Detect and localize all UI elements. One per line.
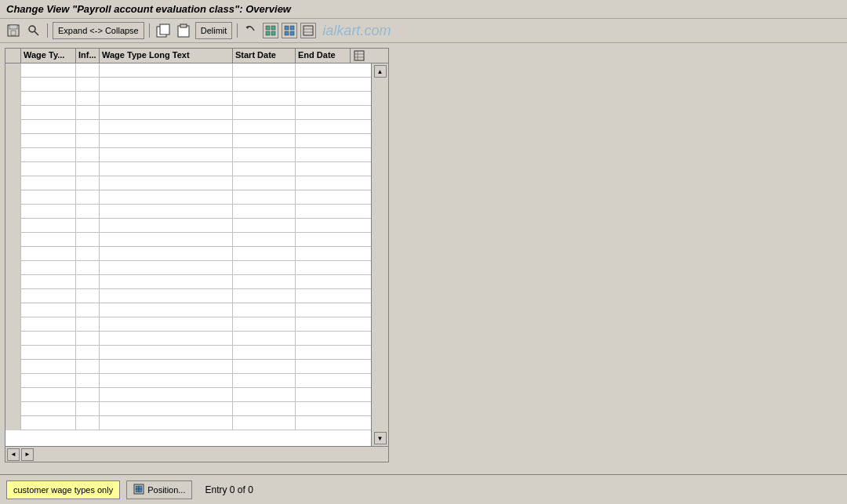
row-wage-type[interactable] [21,289,76,303]
row-start-date[interactable] [233,233,296,247]
row-wage-type[interactable] [21,134,76,148]
row-wage-type[interactable] [21,317,76,332]
row-end-date[interactable] [296,162,351,176]
row-end-date[interactable] [296,360,351,374]
row-long-text[interactable] [100,303,233,317]
row-info[interactable] [76,148,100,162]
customer-wage-types-button[interactable]: customer wage types only [6,480,120,499]
row-info[interactable] [76,261,100,275]
table-row[interactable] [5,120,371,134]
table-row[interactable] [5,346,371,360]
row-end-date[interactable] [296,402,351,416]
row-end-date[interactable] [296,219,351,233]
row-end-date[interactable] [296,134,351,148]
row-long-text[interactable] [100,388,233,402]
row-wage-type[interactable] [21,261,76,275]
paste-icon[interactable] [175,22,192,39]
table-row[interactable] [5,92,371,106]
table-row[interactable] [5,332,371,346]
row-wage-type[interactable] [21,120,76,134]
table-row[interactable] [5,190,371,205]
row-info[interactable] [76,317,100,332]
scroll-left-button[interactable]: ◄ [7,448,20,461]
row-start-date[interactable] [233,162,296,176]
row-long-text[interactable] [100,346,233,360]
row-start-date[interactable] [233,120,296,134]
row-long-text[interactable] [100,247,233,261]
row-long-text[interactable] [100,162,233,176]
row-long-text[interactable] [100,134,233,148]
row-selector[interactable] [5,190,21,205]
row-selector[interactable] [5,317,21,332]
row-end-date[interactable] [296,289,351,303]
row-info[interactable] [76,275,100,289]
row-end-date[interactable] [296,233,351,247]
row-wage-type[interactable] [21,388,76,402]
row-start-date[interactable] [233,275,296,289]
table-row[interactable] [5,134,371,148]
row-info[interactable] [76,162,100,176]
row-start-date[interactable] [233,219,296,233]
row-wage-type[interactable] [21,303,76,317]
row-end-date[interactable] [296,261,351,275]
table-row[interactable] [5,261,371,275]
row-wage-type[interactable] [21,63,76,78]
row-info[interactable] [76,388,100,402]
row-selector[interactable] [5,120,21,134]
table-row[interactable] [5,78,371,92]
row-end-date[interactable] [296,176,351,190]
row-wage-type[interactable] [21,416,76,430]
row-end-date[interactable] [296,275,351,289]
grid-icon-1[interactable] [263,23,278,38]
row-long-text[interactable] [100,261,233,275]
row-selector[interactable] [5,92,21,106]
row-info[interactable] [76,289,100,303]
row-end-date[interactable] [296,374,351,388]
row-info[interactable] [76,402,100,416]
row-selector[interactable] [5,261,21,275]
table-row[interactable] [5,106,371,120]
find-icon[interactable] [25,22,42,39]
row-start-date[interactable] [233,106,296,120]
row-end-date[interactable] [296,346,351,360]
row-selector[interactable] [5,247,21,261]
row-end-date[interactable] [296,303,351,317]
row-start-date[interactable] [233,388,296,402]
table-row[interactable] [5,162,371,176]
row-start-date[interactable] [233,317,296,332]
table-row[interactable] [5,303,371,317]
row-start-date[interactable] [233,402,296,416]
row-start-date[interactable] [233,416,296,430]
row-start-date[interactable] [233,261,296,275]
scroll-down-button[interactable]: ▼ [374,432,387,444]
row-start-date[interactable] [233,92,296,106]
row-end-date[interactable] [296,247,351,261]
row-info[interactable] [76,360,100,374]
table-row[interactable] [5,275,371,289]
row-info[interactable] [76,176,100,190]
row-start-date[interactable] [233,78,296,92]
row-info[interactable] [76,219,100,233]
row-end-date[interactable] [296,120,351,134]
row-selector[interactable] [5,332,21,346]
row-end-date[interactable] [296,148,351,162]
row-start-date[interactable] [233,346,296,360]
row-long-text[interactable] [100,233,233,247]
row-wage-type[interactable] [21,346,76,360]
row-start-date[interactable] [233,134,296,148]
row-info[interactable] [76,134,100,148]
row-end-date[interactable] [296,92,351,106]
row-selector[interactable] [5,205,21,219]
row-start-date[interactable] [233,63,296,78]
table-row[interactable] [5,63,371,78]
delimit-button[interactable]: Delimit [195,22,233,39]
row-selector[interactable] [5,360,21,374]
table-row[interactable] [5,388,371,402]
row-wage-type[interactable] [21,233,76,247]
row-start-date[interactable] [233,332,296,346]
row-long-text[interactable] [100,92,233,106]
row-long-text[interactable] [100,190,233,205]
row-info[interactable] [76,120,100,134]
row-long-text[interactable] [100,402,233,416]
scroll-right-button[interactable]: ► [21,448,34,461]
